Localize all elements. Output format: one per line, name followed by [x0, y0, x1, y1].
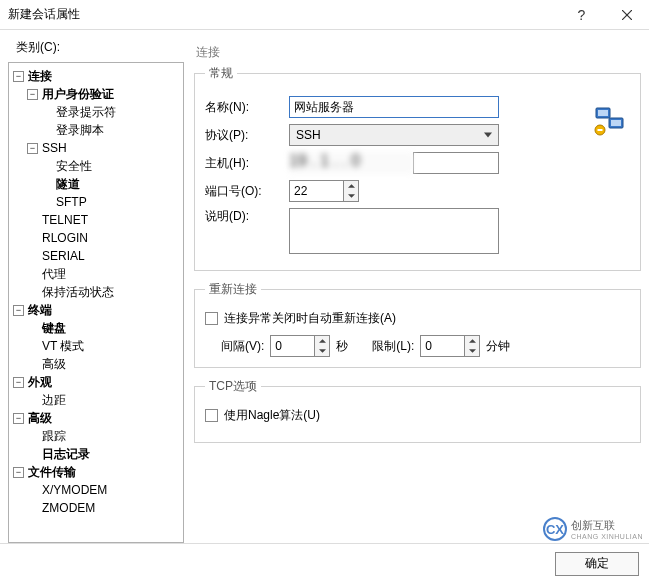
tree-item-file-transfer[interactable]: − 文件传输 [11, 463, 181, 481]
tree-item-keepalive[interactable]: 保持活动状态 [11, 283, 181, 301]
tree-item-vtmode[interactable]: VT 模式 [11, 337, 181, 355]
group-general-legend: 常规 [205, 65, 237, 82]
svg-marker-2 [348, 184, 355, 188]
close-icon [622, 10, 632, 20]
name-input[interactable] [289, 96, 499, 118]
spin-up-icon[interactable] [465, 336, 479, 346]
label-protocol: 协议(P): [205, 127, 289, 144]
group-reconnect-legend: 重新连接 [205, 281, 261, 298]
unit-seconds: 秒 [336, 338, 348, 355]
svg-marker-6 [469, 339, 476, 343]
category-label: 类别(C): [8, 36, 184, 62]
tree-item-sftp[interactable]: SFTP [11, 193, 181, 211]
tree-item-margin[interactable]: 边距 [11, 391, 181, 409]
tree-item-tunnel[interactable]: 隧道 [11, 175, 181, 193]
help-button[interactable]: ? [559, 0, 604, 30]
svg-rect-11 [611, 120, 621, 126]
spin-up-icon[interactable] [344, 181, 358, 191]
label-interval: 间隔(V): [221, 338, 264, 355]
host-input-blurred: 19 . 1 . . 0 [289, 152, 413, 174]
tree-item-xymodem[interactable]: X/YMODEM [11, 481, 181, 499]
spin-down-icon[interactable] [465, 346, 479, 356]
tree-item-keyboard[interactable]: 键盘 [11, 319, 181, 337]
svg-marker-5 [319, 349, 326, 353]
help-icon: ? [578, 7, 586, 23]
group-tcp-legend: TCP选项 [205, 378, 261, 395]
watermark-logo-icon: CX [543, 517, 567, 541]
tree-item-tracking[interactable]: 跟踪 [11, 427, 181, 445]
port-input[interactable] [289, 180, 343, 202]
tree-item-terminal[interactable]: − 终端 [11, 301, 181, 319]
tree-item-appearance[interactable]: − 外观 [11, 373, 181, 391]
tree-item-security[interactable]: 安全性 [11, 157, 181, 175]
svg-marker-3 [348, 194, 355, 198]
group-general: 常规 名称(N): 协议(P): SSH 主机(H): 19 . 1 . . 0… [194, 65, 641, 271]
spin-down-icon[interactable] [315, 346, 329, 356]
tree-item-login-script[interactable]: 登录脚本 [11, 121, 181, 139]
tree-item-login-prompt[interactable]: 登录提示符 [11, 103, 181, 121]
titlebar: 新建会话属性 ? [0, 0, 649, 30]
tree-item-auth[interactable]: − 用户身份验证 [11, 85, 181, 103]
tree-item-telnet[interactable]: TELNET [11, 211, 181, 229]
collapse-icon[interactable]: − [13, 71, 24, 82]
description-textarea[interactable] [289, 208, 499, 254]
port-spinner[interactable] [289, 180, 359, 202]
tree-item-proxy[interactable]: 代理 [11, 265, 181, 283]
label-name: 名称(N): [205, 99, 289, 116]
collapse-icon[interactable]: − [27, 89, 38, 100]
unit-minutes: 分钟 [486, 338, 510, 355]
close-button[interactable] [604, 0, 649, 30]
limit-spinner[interactable] [420, 335, 480, 357]
collapse-icon[interactable]: − [27, 143, 38, 154]
tree-item-advanced2[interactable]: − 高级 [11, 409, 181, 427]
group-reconnect: 重新连接 连接异常关闭时自动重新连接(A) 间隔(V): 秒 限制(L): [194, 281, 641, 368]
collapse-icon[interactable]: − [13, 413, 24, 424]
limit-input[interactable] [420, 335, 464, 357]
label-description: 说明(D): [205, 208, 289, 225]
tree-item-ssh[interactable]: − SSH [11, 139, 181, 157]
svg-rect-13 [598, 129, 603, 131]
svg-rect-9 [598, 110, 608, 116]
nagle-checkbox[interactable] [205, 409, 218, 422]
host-input[interactable] [413, 152, 499, 174]
ok-button[interactable]: 确定 [555, 552, 639, 576]
interval-input[interactable] [270, 335, 314, 357]
tree-item-zmodem[interactable]: ZMODEM [11, 499, 181, 517]
tree-item-serial[interactable]: SERIAL [11, 247, 181, 265]
label-port: 端口号(O): [205, 183, 289, 200]
collapse-icon[interactable]: − [13, 467, 24, 478]
tree-item-connection[interactable]: − 连接 [11, 67, 181, 85]
collapse-icon[interactable]: − [13, 305, 24, 316]
svg-marker-4 [319, 339, 326, 343]
spin-up-icon[interactable] [315, 336, 329, 346]
auto-reconnect-checkbox[interactable] [205, 312, 218, 325]
nagle-label: 使用Nagle算法(U) [224, 407, 320, 424]
window-title: 新建会话属性 [8, 6, 559, 23]
protocol-select[interactable]: SSH [289, 124, 499, 146]
protocol-value: SSH [296, 128, 321, 142]
tree-item-log[interactable]: 日志记录 [11, 445, 181, 463]
tree-item-rlogin[interactable]: RLOGIN [11, 229, 181, 247]
tree-item-advanced[interactable]: 高级 [11, 355, 181, 373]
network-icon [593, 104, 627, 141]
auto-reconnect-label: 连接异常关闭时自动重新连接(A) [224, 310, 396, 327]
category-tree[interactable]: − 连接 − 用户身份验证 登录提示符 登录脚本 [8, 62, 184, 543]
interval-spinner[interactable] [270, 335, 330, 357]
label-host: 主机(H): [205, 155, 289, 172]
watermark: CX 创新互联 CHANG XINHULIAN [543, 517, 643, 541]
spin-down-icon[interactable] [344, 191, 358, 201]
panel-heading: 连接 [194, 36, 641, 65]
button-row: 确定 [0, 543, 649, 583]
collapse-icon[interactable]: − [13, 377, 24, 388]
group-tcp: TCP选项 使用Nagle算法(U) [194, 378, 641, 443]
svg-marker-7 [469, 349, 476, 353]
label-limit: 限制(L): [372, 338, 414, 355]
